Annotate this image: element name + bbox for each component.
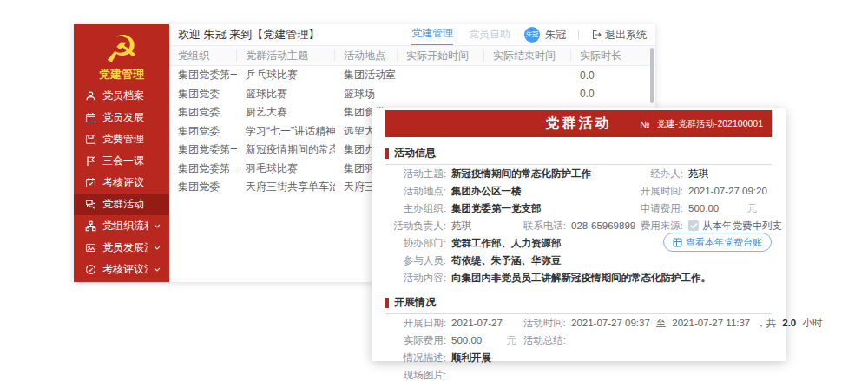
sidebar-item-fee-management[interactable]: 党费管理 <box>74 128 169 150</box>
field-row: 情况描述: 顺利开展 <box>385 349 772 366</box>
field-label: 活动地点: <box>385 185 446 198</box>
apply-fee-group: 500.00 元 <box>688 202 757 215</box>
time-start-value: 2021-07-27 09:37 <box>571 318 650 328</box>
field-label: 活动内容: <box>385 272 446 285</box>
section-marker <box>385 148 389 159</box>
actual-fee-value: 500.00 <box>451 335 482 345</box>
table-cell: 集团党委第一党支部 <box>169 142 237 157</box>
sidebar-logo-area: ☭ 党建管理 <box>74 24 169 82</box>
table-row[interactable]: 集团党委第一党支部 乒乓球比赛 集团活动室 0.0 <box>169 66 655 85</box>
section-progress: 开展情况 <box>385 295 772 314</box>
view-fee-ledger-button[interactable]: 查看本年党费台账 <box>663 233 772 252</box>
field-row: 开展日期: 2021-07-27 活动时间: 2021-07-27 09:37 … <box>385 314 772 332</box>
section-title: 活动信息 <box>394 146 436 161</box>
sidebar-menu: 党员档案 党员发展 党费管理 <box>74 85 169 282</box>
tab-member-self-service[interactable]: 党员自助 <box>469 24 510 45</box>
sidebar-item-label: 考核评议 <box>102 175 162 190</box>
logout-button[interactable]: 退出系统 <box>591 28 647 43</box>
sidebar-item-label: 考核评议流程 <box>102 262 148 277</box>
start-time-value: 2021-07-27 09:20 <box>688 186 767 196</box>
sidebar-item-member-dev-process[interactable]: 党员发展流程 <box>74 237 169 259</box>
column-header: 实际开始时间 <box>398 49 484 62</box>
table-cell: 篮球比赛 <box>237 87 335 102</box>
activity-content-value: 向集团内非党员员工讲解新冠疫情期间的常态化防护工作。 <box>451 272 711 285</box>
tab-party-management[interactable]: 党建管理 <box>411 24 453 46</box>
table-cell: 羽毛球比赛 <box>237 161 335 176</box>
sidebar-item-assessment-review[interactable]: 考核评议 <box>74 172 169 194</box>
activity-location-value: 集团办公区一楼 <box>451 185 522 198</box>
table-cell: 0.0 <box>571 69 655 82</box>
photo-card-icon <box>85 242 96 253</box>
sidebar-item-assessment-process[interactable]: 考核评议流程 <box>74 259 169 280</box>
table-cell: 集团党委第一党支部 <box>169 161 237 176</box>
vertical-scrollbar[interactable] <box>650 48 654 103</box>
column-header: 实际结束时间 <box>484 49 571 62</box>
activity-theme-value: 新冠疫情期间的常态化防护工作 <box>451 168 591 181</box>
chevron-down-icon <box>154 267 161 272</box>
field-label: 活动主题: <box>385 168 446 181</box>
fee-unit: 元 <box>746 202 757 215</box>
table-cell: 0.0 <box>571 88 655 100</box>
field-label: 主办组织: <box>385 202 446 215</box>
host-org-value: 集团党委第一党支部 <box>451 202 542 215</box>
section-activity-info: 活动信息 <box>385 146 772 165</box>
table-cell: 集团党委 <box>169 180 237 194</box>
column-header: 活动地点 <box>335 49 398 62</box>
hammer-sickle-icon: ☭ <box>74 30 169 69</box>
field-label: 费用来源: <box>633 220 683 233</box>
field-row: 活动主题: 新冠疫情期间的常态化防护工作 经办人: 苑琪 <box>385 165 772 182</box>
apply-fee-value: 500.00 <box>688 203 719 213</box>
sidebar-item-member-development[interactable]: 党员发展 <box>74 107 169 128</box>
table-row[interactable]: 集团党委 篮球比赛 篮球场 0.0 <box>169 85 655 104</box>
section-title: 开展情况 <box>394 295 436 310</box>
logout-icon <box>591 30 602 40</box>
field-row: 主办组织: 集团党委第一党支部 申请费用: 500.00 元 <box>385 200 772 217</box>
field-label: 活动时间: <box>516 317 566 330</box>
user-avatar[interactable]: 朱冠 <box>524 27 540 43</box>
sidebar-item-org-process[interactable]: 党组织流程 <box>74 215 169 237</box>
table-cell: 集团党委 <box>169 124 237 139</box>
table-cell: 集团党委第一党支部 <box>169 68 237 82</box>
field-row: 协办部门: 党群工作部、人力资源部 查看本年党费台账 <box>385 234 772 252</box>
field-label: 协办部门: <box>385 237 446 250</box>
sidebar-item-label: 党费管理 <box>102 132 162 147</box>
fee-source-checkbox[interactable] <box>688 220 699 231</box>
sidebar-item-member-archive[interactable]: 党员档案 <box>74 85 169 107</box>
sidebar-item-party-activities[interactable]: 党群活动 <box>74 194 169 215</box>
table-cell: 学习“七一”讲话精神党委座... <box>237 124 335 139</box>
topbar: 欢迎 朱冠 来到【党建管理】 党建管理 党员自助 朱冠 朱冠 退出系统 <box>169 24 655 45</box>
table-cell: 集团党委 <box>169 87 237 102</box>
detail-panel-header: 党群活动 № 党建-党群活动-202100001 <box>385 110 772 137</box>
field-label: 实际费用: <box>385 334 446 347</box>
sidebar-item-label: 党群活动 <box>102 197 162 212</box>
clock-check-icon <box>85 264 96 275</box>
field-label: 经办人: <box>633 168 683 181</box>
time-to-label: 至 <box>656 317 667 330</box>
table-cell: 乒乓球比赛 <box>237 68 335 82</box>
sidebar-item-clipped[interactable] <box>74 280 169 282</box>
sidebar-item-label: 三会一课 <box>102 154 162 168</box>
calendar-check-icon <box>85 177 96 188</box>
field-row: 活动负责人: 苑琪 联系电话: 028-65969899 费用来源: 从本年党费… <box>385 217 772 234</box>
column-header: 实际时长 <box>571 49 655 62</box>
ledger-grid-icon <box>673 238 682 247</box>
number-symbol: № <box>640 119 649 129</box>
leader-value: 苑琪 <box>451 220 471 233</box>
calendar-icon <box>85 112 96 123</box>
screenshot-stage: ☭ 党建管理 党员档案 党员发展 <box>0 0 868 381</box>
co-dept-value: 党群工作部、人力资源部 <box>451 237 562 250</box>
vertical-divider <box>578 30 579 40</box>
phone-value: 028-65969899 <box>571 220 635 231</box>
sidebar-item-label: 党员发展 <box>102 110 162 125</box>
desc-value: 顺利开展 <box>451 351 491 365</box>
table-cell: 集团活动室 <box>335 68 398 82</box>
table-cell: 天府三街共享单车治理 <box>237 180 335 194</box>
participants-value: 苟依缇、朱予涵、华弥豆 <box>451 254 562 267</box>
number-value: 党建-党群活动-202100001 <box>656 118 763 130</box>
user-icon <box>85 90 96 102</box>
field-row: 参与人员: 苟依缇、朱予涵、华弥豆 <box>385 252 772 269</box>
time-end-value: 2021-07-27 11:37 <box>672 318 750 328</box>
field-label: 参与人员: <box>385 254 446 267</box>
logout-label: 退出系统 <box>605 28 647 43</box>
sidebar-item-three-meetings[interactable]: 三会一课 <box>74 150 169 172</box>
